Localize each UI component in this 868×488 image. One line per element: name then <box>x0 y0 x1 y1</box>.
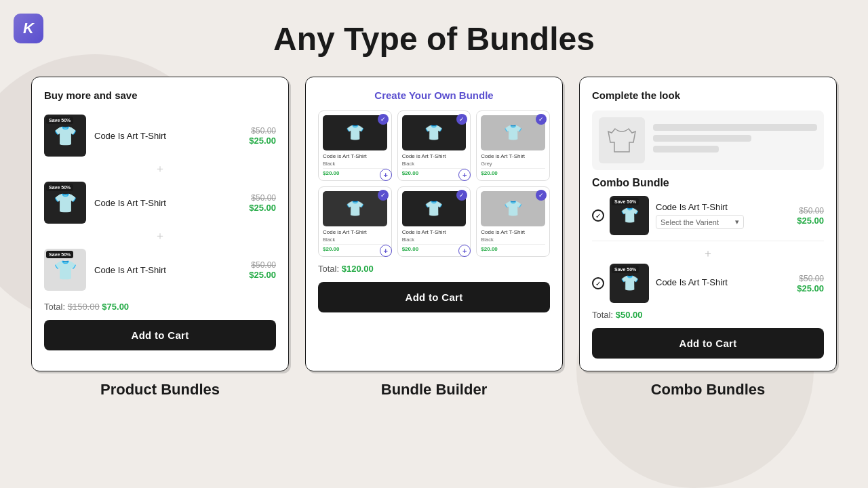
bundle-builder-card: Create Your Own Bundle ✓ 👕 + Code is Art… <box>305 77 563 371</box>
preview-line-1 <box>653 124 817 131</box>
product-bundles-label: Product Bundles <box>31 381 289 399</box>
combo-variant-select[interactable]: Select the Varient ▾ <box>656 215 744 229</box>
preview-line-3 <box>653 146 719 152</box>
bundle-item-1: Save 50% 👕 Code Is Art T-Shirt $50.00 $2… <box>44 110 276 161</box>
combo-check-2: ✓ <box>592 277 604 289</box>
builder-item-6[interactable]: ✓ 👕 Code is Art T-Shirt Black $20.00 <box>476 186 550 257</box>
bundle-item-2-price: $50.00 $25.00 <box>249 193 276 213</box>
combo-preview-lines <box>653 124 817 157</box>
combo-divider-plus: ＋ <box>592 247 824 261</box>
bundle-item-1-img: Save 50% 👕 <box>44 115 86 157</box>
builder-item-3[interactable]: ✓ 👕 Code is Art T-Shirt Grey $20.00 <box>476 110 550 181</box>
builder-item-4[interactable]: ✓ 👕 + Code is Art T-Shirt Black $20.00 <box>318 186 392 257</box>
b-name-6: Code is Art T-Shirt <box>481 229 545 235</box>
b-name-5: Code is Art T-Shirt <box>402 229 467 235</box>
bundle-item-2-name: Code Is Art T-Shirt <box>94 198 249 208</box>
b-name-2: Code is Art T-Shirt <box>402 153 467 159</box>
bundle-item-3: Save 50% 👕 Code Is Art T-Shirt $50.00 $2… <box>44 245 276 295</box>
b-variant-3: Grey <box>481 161 545 169</box>
b-variant-1: Black <box>323 161 387 169</box>
combo-save-badge-1: Save 50% <box>612 198 639 205</box>
tshirt-icon-3: 👕 <box>54 259 77 281</box>
product-bundles-title: Buy more and save <box>44 89 276 101</box>
b-price-6: $20.00 <box>481 246 545 252</box>
bundle-builder-label: Bundle Builder <box>305 381 563 399</box>
combo-item-1-price: $50.00 $25.00 <box>797 206 824 226</box>
check-6: ✓ <box>536 190 547 201</box>
b-price-3: $20.00 <box>481 170 545 176</box>
combo-bundles-card: Complete the look Combo Bundle ✓ Save 50… <box>579 77 837 371</box>
b-price-1: $20.00 <box>323 170 387 176</box>
builder-total: Total: $120.00 <box>318 264 550 274</box>
b-price-5: $20.00 <box>402 246 467 252</box>
combo-item-1-name: Code Is Art T-Shirt <box>656 202 797 212</box>
b-name-4: Code is Art T-Shirt <box>323 229 387 235</box>
combo-item-2: ✓ Save 50% 👕 Code Is Art T-Shirt $50.00 … <box>592 264 824 303</box>
builder-item-5[interactable]: ✓ 👕 + Code is Art T-Shirt Black $20.00 <box>397 186 471 257</box>
builder-item-2[interactable]: ✓ 👕 + Code is Art T-Shirt Black $20.00 <box>397 110 471 181</box>
bundle-item-3-img: Save 50% 👕 <box>44 249 86 291</box>
bundle-item-3-price: $50.00 $25.00 <box>249 260 276 280</box>
combo-bundles-label: Combo Bundles <box>579 381 837 399</box>
combo-item-2-price: $50.00 $25.00 <box>797 274 824 293</box>
bundle-builder-title: Create Your Own Bundle <box>318 89 550 101</box>
plus-btn-4[interactable]: + <box>380 245 392 257</box>
dropdown-arrow-icon: ▾ <box>735 218 739 226</box>
b-variant-6: Black <box>481 237 545 245</box>
check-1: ✓ <box>378 114 389 125</box>
plus-btn-2[interactable]: + <box>458 169 471 181</box>
b-price-2: $20.00 <box>402 170 467 176</box>
combo-save-badge-2: Save 50% <box>612 266 639 273</box>
card-labels: Product Bundles Bundle Builder Combo Bun… <box>0 371 868 399</box>
b-name-1: Code is Art T-Shirt <box>323 153 387 159</box>
page-title: Any Type of Bundles <box>0 0 868 58</box>
combo-title: Complete the look <box>592 89 824 101</box>
b-variant-2: Black <box>402 161 467 169</box>
plus-btn-5[interactable]: + <box>458 245 471 257</box>
preview-line-2 <box>653 135 751 142</box>
product-total: Total: $150.00 $75.00 <box>44 302 276 312</box>
b-price-4: $20.00 <box>323 246 387 252</box>
save-badge-1: Save 50% <box>46 117 73 124</box>
save-badge-3: Save 50% <box>46 251 73 258</box>
combo-preview-img <box>599 117 645 163</box>
b-variant-5: Black <box>402 237 467 245</box>
product-bundles-add-to-cart[interactable]: Add to Cart <box>44 320 276 350</box>
check-3: ✓ <box>536 114 547 125</box>
combo-total: Total: $50.00 <box>592 310 824 320</box>
b-name-3: Code is Art T-Shirt <box>481 153 545 159</box>
b-variant-4: Black <box>323 237 387 245</box>
bundle-builder-add-to-cart[interactable]: Add to Cart <box>318 282 550 312</box>
tshirt-icon-2: 👕 <box>54 192 77 214</box>
combo-section-title: Combo Bundle <box>592 177 824 189</box>
combo-preview <box>592 110 824 170</box>
bundle-item-2: Save 50% 👕 Code Is Art T-Shirt $50.00 $2… <box>44 178 276 228</box>
tshirt-icon-1: 👕 <box>54 125 77 147</box>
builder-grid: ✓ 👕 + Code is Art T-Shirt Black $20.00 ✓… <box>318 110 550 257</box>
check-4: ✓ <box>378 190 389 201</box>
bundle-item-1-name: Code Is Art T-Shirt <box>94 131 249 141</box>
cards-container: Buy more and save Save 50% 👕 Code Is Art… <box>0 58 868 371</box>
combo-item-2-info: Code Is Art T-Shirt <box>656 277 797 290</box>
combo-bundles-add-to-cart[interactable]: Add to Cart <box>592 328 824 359</box>
combo-item-1-img: Save 50% 👕 <box>610 196 649 235</box>
divider-2: ＋ <box>44 229 276 243</box>
combo-check-1: ✓ <box>592 209 604 222</box>
plus-btn-1[interactable]: + <box>380 169 392 181</box>
product-bundles-card: Buy more and save Save 50% 👕 Code Is Art… <box>31 77 289 371</box>
combo-item-2-name: Code Is Art T-Shirt <box>656 277 797 287</box>
combo-item-1-info: Code Is Art T-Shirt Select the Varient ▾ <box>656 202 797 229</box>
builder-item-1[interactable]: ✓ 👕 + Code is Art T-Shirt Black $20.00 <box>318 110 392 181</box>
bundle-item-2-img: Save 50% 👕 <box>44 182 86 224</box>
save-badge-2: Save 50% <box>46 184 73 191</box>
combo-item-2-img: Save 50% 👕 <box>610 264 649 303</box>
bundle-item-1-price: $50.00 $25.00 <box>249 126 276 146</box>
combo-item-1: ✓ Save 50% 👕 Code Is Art T-Shirt Select … <box>592 196 824 241</box>
divider-1: ＋ <box>44 162 276 176</box>
bundle-item-3-name: Code Is Art T-Shirt <box>94 265 249 275</box>
